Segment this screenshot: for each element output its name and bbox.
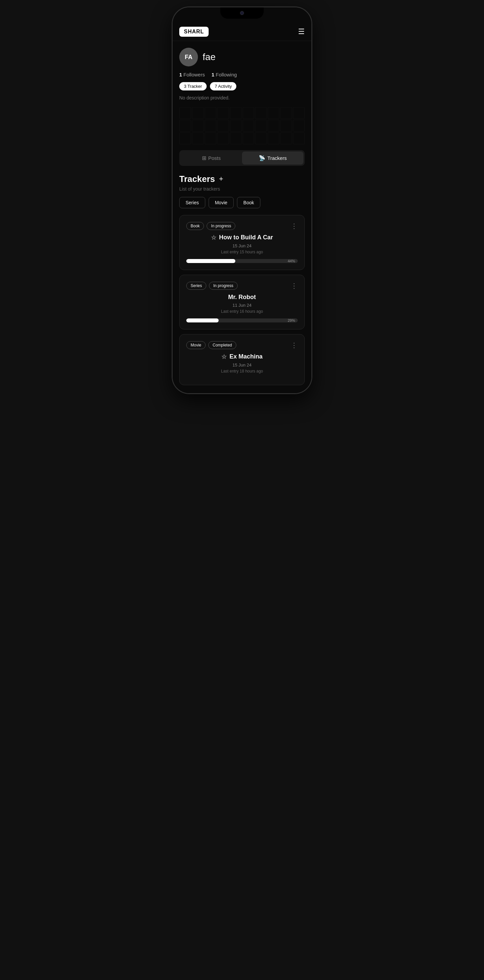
- progress-fill-0: [186, 259, 235, 263]
- card-tags-1: Series In progress: [186, 282, 238, 290]
- card-last-entry-0: Last entry 15 hours ago: [186, 250, 298, 255]
- tracker-card-1: Series In progress ⋮ Mr. Robot 11 Jun 24…: [179, 275, 305, 329]
- notch: [220, 7, 264, 19]
- card-header-2: Movie Completed ⋮: [186, 341, 298, 349]
- card-date-1: 11 Jun 24: [186, 303, 298, 308]
- more-options-2[interactable]: ⋮: [291, 341, 298, 349]
- card-date-0: 15 Jun 24: [186, 243, 298, 248]
- more-options-0[interactable]: ⋮: [291, 222, 298, 230]
- type-tag-0: Book: [186, 222, 204, 230]
- menu-icon[interactable]: ☰: [298, 28, 305, 35]
- progress-fill-1: [186, 318, 219, 323]
- card-last-entry-2: Last entry 18 hours ago: [186, 369, 298, 374]
- tracker-card-2: Movie Completed ⋮ ☆ Ex Machina 15 Jun 24…: [179, 334, 305, 385]
- card-date-2: 15 Jun 24: [186, 363, 298, 368]
- tab-bar: ⊞ Posts 📡 Trackers: [179, 150, 305, 166]
- activity-badge[interactable]: 7 Activity: [210, 82, 236, 91]
- camera-icon: [240, 11, 244, 15]
- card-header-0: Book In progress ⋮: [186, 222, 298, 230]
- status-tag-0: In progress: [207, 222, 235, 230]
- more-options-1[interactable]: ⋮: [291, 282, 298, 290]
- following-stat[interactable]: 1 Following: [212, 72, 237, 78]
- tab-trackers-label: Trackers: [267, 155, 287, 161]
- filter-series[interactable]: Series: [179, 197, 205, 208]
- filter-book[interactable]: Book: [237, 197, 260, 208]
- add-tracker-button[interactable]: +: [219, 175, 223, 183]
- profile-description: No description provided.: [179, 95, 305, 100]
- card-title-0: ☆ How to Build A Car: [186, 234, 298, 241]
- posts-icon: ⊞: [202, 155, 206, 161]
- tab-posts[interactable]: ⊞ Posts: [181, 151, 242, 165]
- stat-badges: 3 Tracker 7 Activity: [179, 82, 305, 91]
- filter-pills: Series Movie Book: [179, 197, 305, 208]
- card-title-1: Mr. Robot: [186, 294, 298, 301]
- status-bar: [173, 7, 311, 24]
- tab-trackers[interactable]: 📡 Trackers: [242, 151, 303, 165]
- avatar: FA: [179, 48, 198, 67]
- status-tag-2: Completed: [208, 341, 236, 349]
- type-tag-2: Movie: [186, 341, 205, 349]
- section-title: Trackers: [179, 174, 215, 184]
- card-tags-0: Book In progress: [186, 222, 235, 230]
- section-header: Trackers +: [179, 174, 305, 184]
- section-subtitle: List of your trackers: [179, 186, 305, 192]
- status-tag-1: In progress: [209, 282, 238, 290]
- tab-posts-label: Posts: [208, 155, 221, 161]
- profile-section: FA fae: [179, 48, 305, 67]
- activity-grid: [179, 107, 305, 144]
- phone-frame: SHARL ☰ FA fae 1 Followers 1 Following 3…: [172, 7, 312, 394]
- progress-bar-1: 29%: [186, 318, 298, 323]
- card-header-1: Series In progress ⋮: [186, 282, 298, 290]
- star-icon-0[interactable]: ☆: [211, 234, 216, 241]
- filter-movie[interactable]: Movie: [209, 197, 234, 208]
- follow-stats: 1 Followers 1 Following: [179, 72, 305, 78]
- star-icon-2[interactable]: ☆: [221, 353, 227, 361]
- tracker-badge[interactable]: 3 Tracker: [179, 82, 207, 91]
- progress-bar-0: 44%: [186, 259, 298, 263]
- header-bar: SHARL ☰: [173, 24, 311, 41]
- card-last-entry-1: Last entry 16 hours ago: [186, 309, 298, 314]
- trackers-icon: 📡: [259, 155, 265, 161]
- card-tags-2: Movie Completed: [186, 341, 236, 349]
- progress-label-0: 44%: [288, 259, 295, 263]
- app-logo: SHARL: [179, 27, 209, 37]
- tracker-card-0: Book In progress ⋮ ☆ How to Build A Car …: [179, 215, 305, 270]
- followers-stat[interactable]: 1 Followers: [179, 72, 205, 78]
- progress-label-1: 29%: [288, 318, 295, 323]
- main-content: FA fae 1 Followers 1 Following 3 Tracker…: [173, 41, 311, 393]
- type-tag-1: Series: [186, 282, 206, 290]
- username: fae: [202, 52, 216, 62]
- card-title-2: ☆ Ex Machina: [186, 353, 298, 361]
